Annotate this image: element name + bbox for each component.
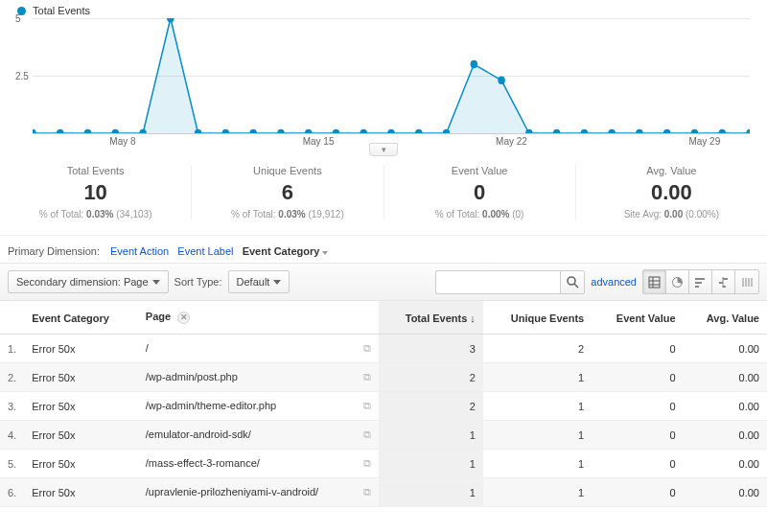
search-group <box>435 270 585 294</box>
chart-legend-item[interactable]: Total Events <box>17 4 750 16</box>
scorecard-value: 0 <box>392 182 568 203</box>
view-pie-button[interactable] <box>666 270 689 293</box>
table-row[interactable]: 3.Error 50x/wp-admin/theme-editor.php⧉21… <box>0 392 767 421</box>
scorecard-subtext: % of Total: 0.00% (0) <box>392 209 568 220</box>
view-pivot-button[interactable] <box>735 270 758 293</box>
cell-event-category: Error 50x <box>24 363 138 392</box>
data-point[interactable] <box>746 129 750 133</box>
col-avg-value[interactable]: Avg. Value <box>684 301 767 335</box>
cell-total-events: 1 <box>379 421 483 450</box>
sort-type-button[interactable]: Default <box>228 270 291 293</box>
sort-type-label: Sort Type: <box>174 276 222 288</box>
cell-unique-events: 2 <box>483 335 592 363</box>
data-point[interactable] <box>663 129 670 133</box>
view-comparison-button[interactable] <box>712 270 735 293</box>
external-link-icon[interactable]: ⧉ <box>363 342 371 355</box>
caret-down-icon <box>152 280 160 285</box>
primary-dimension-option[interactable]: Event Action <box>110 245 169 257</box>
chart-plot-area: 2.55May 8May 15May 22May 29 <box>17 18 750 133</box>
data-point[interactable] <box>167 18 174 22</box>
col-unique-events[interactable]: Unique Events <box>483 301 592 335</box>
data-point[interactable] <box>112 129 119 133</box>
col-event-category[interactable]: Event Category <box>24 301 138 335</box>
table-row[interactable]: 2.Error 50x/wp-admin/post.php⧉2100.00 <box>0 363 767 392</box>
data-point[interactable] <box>333 129 339 133</box>
search-input[interactable] <box>435 270 560 294</box>
scorecard-label: Event Value <box>392 165 568 176</box>
scorecard[interactable]: Avg. Value0.00Site Avg: 0.00 (0.00%) <box>576 165 767 220</box>
external-link-icon[interactable]: ⧉ <box>363 371 371 383</box>
sort-type-value: Default <box>237 276 270 288</box>
data-point[interactable] <box>84 129 91 133</box>
col-event-value[interactable]: Event Value <box>592 301 683 335</box>
cell-page: /emulator-android-sdk/⧉ <box>138 421 379 450</box>
primary-dimension-option[interactable]: Event Label <box>177 245 233 257</box>
data-point[interactable] <box>277 129 284 133</box>
view-bars-button[interactable] <box>689 270 712 293</box>
primary-dimension-row: Primary Dimension: Event Action Event La… <box>0 236 767 263</box>
data-point[interactable] <box>525 129 532 133</box>
external-link-icon[interactable]: ⧉ <box>363 428 371 441</box>
external-link-icon[interactable]: ⧉ <box>363 486 371 498</box>
data-point[interactable] <box>498 77 504 84</box>
table-row[interactable]: 6.Error 50x/upravlenie-prilozheniyami-v-… <box>0 478 767 507</box>
secondary-dimension-button[interactable]: Secondary dimension: Page <box>8 270 169 293</box>
cell-unique-events: 1 <box>483 421 592 450</box>
table-row[interactable]: 5.Error 50x/mass-effect-3-romance/⧉1100.… <box>0 450 767 478</box>
data-point[interactable] <box>691 129 698 133</box>
data-point[interactable] <box>471 60 477 68</box>
data-point[interactable] <box>195 129 201 133</box>
view-table-button[interactable] <box>643 270 666 293</box>
x-tick-label: May 22 <box>496 136 527 147</box>
data-point[interactable] <box>305 129 312 133</box>
svg-point-0 <box>568 277 575 285</box>
remove-dimension-icon[interactable]: ✕ <box>177 312 190 324</box>
cell-avg-value: 0.00 <box>684 478 767 507</box>
cell-avg-value: 0.00 <box>684 392 767 421</box>
cell-event-value: 0 <box>592 392 683 421</box>
scorecard[interactable]: Event Value0% of Total: 0.00% (0) <box>384 165 576 220</box>
row-index: 3. <box>0 392 24 421</box>
data-point[interactable] <box>718 129 725 133</box>
row-index: 4. <box>0 421 24 450</box>
scorecard-value: 10 <box>8 182 183 203</box>
external-link-icon[interactable]: ⧉ <box>363 400 371 412</box>
col-total-events[interactable]: Total Events ↓ <box>379 301 483 335</box>
cell-unique-events: 1 <box>483 450 592 478</box>
data-point[interactable] <box>360 129 366 133</box>
scorecard[interactable]: Unique Events6% of Total: 0.03% (19,912) <box>192 165 384 220</box>
data-point[interactable] <box>57 129 63 133</box>
data-point[interactable] <box>443 129 450 133</box>
advanced-link[interactable]: advanced <box>591 276 637 288</box>
data-point[interactable] <box>139 129 146 133</box>
data-point[interactable] <box>33 129 36 133</box>
primary-dimension-option[interactable]: Event Category <box>243 245 320 257</box>
data-point[interactable] <box>636 129 642 133</box>
data-point[interactable] <box>581 129 588 133</box>
data-point[interactable] <box>387 129 394 133</box>
scorecard[interactable]: Total Events10% of Total: 0.03% (34,103) <box>0 165 192 220</box>
secondary-dimension-label: Secondary dimension: Page <box>16 276 149 288</box>
data-point[interactable] <box>415 129 422 133</box>
data-point[interactable] <box>553 129 560 133</box>
legend-label: Total Events <box>33 5 90 16</box>
external-link-icon[interactable]: ⧉ <box>363 457 371 470</box>
scorecard-label: Unique Events <box>199 165 375 176</box>
scorecard-subtext: % of Total: 0.03% (19,912) <box>199 209 375 220</box>
col-page[interactable]: Page ✕ <box>138 301 379 335</box>
sort-desc-icon: ↓ <box>470 312 476 324</box>
cell-unique-events: 1 <box>483 392 592 421</box>
search-button[interactable] <box>560 270 585 294</box>
chart-expand-handle[interactable]: ▾ <box>369 143 398 156</box>
table-toolbar: Secondary dimension: Page Sort Type: Def… <box>0 263 767 301</box>
data-point[interactable] <box>249 129 256 133</box>
table-row[interactable]: 1.Error 50x/⧉3200.00 <box>0 335 767 363</box>
y-tick-label: 5 <box>15 13 21 24</box>
cell-page: /wp-admin/theme-editor.php⧉ <box>138 392 379 421</box>
data-point[interactable] <box>608 129 615 133</box>
table-row[interactable]: 4.Error 50x/emulator-android-sdk/⧉1100.0… <box>0 421 767 450</box>
col-page-label: Page <box>146 311 171 322</box>
scorecard-value: 0.00 <box>584 182 759 203</box>
data-point[interactable] <box>222 129 229 133</box>
cell-total-events: 2 <box>379 363 483 392</box>
